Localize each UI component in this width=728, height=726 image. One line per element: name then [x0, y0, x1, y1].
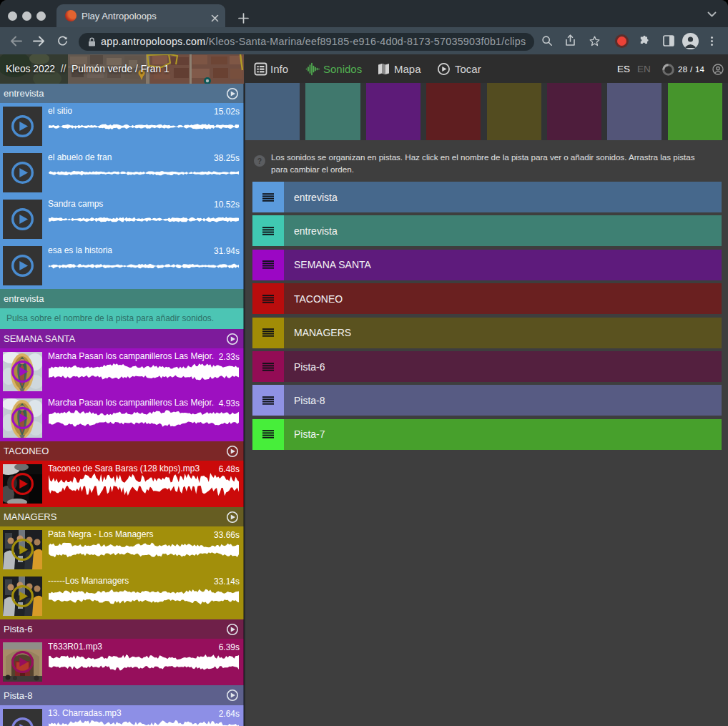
svg-text:?: ? [257, 157, 262, 165]
